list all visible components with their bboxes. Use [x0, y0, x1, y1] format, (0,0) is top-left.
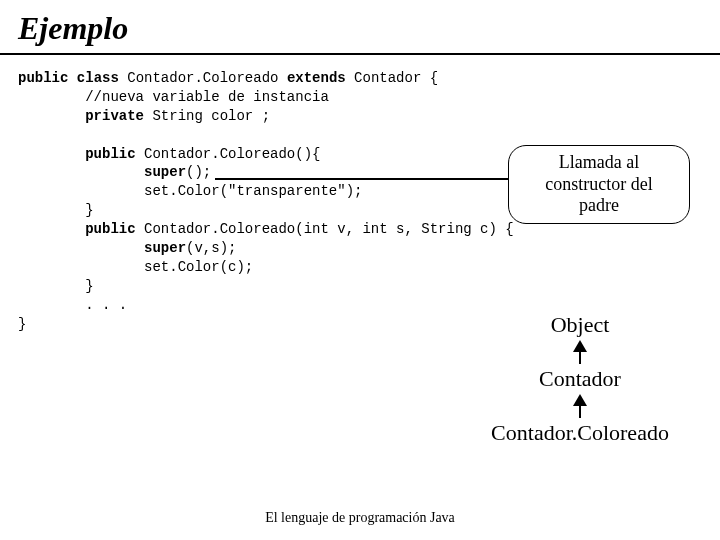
- kw-super: super: [18, 164, 186, 180]
- kw-super: super: [18, 240, 186, 256]
- slide-title: Ejemplo: [0, 0, 720, 55]
- code-text: }: [18, 202, 94, 218]
- callout-line1: Llamada al: [519, 152, 679, 174]
- code-comment: //nueva variable de instancia: [18, 89, 329, 105]
- kw-extends: extends: [287, 70, 346, 86]
- arrow-stem: [579, 352, 581, 364]
- code-text: set.Color("transparente");: [18, 183, 362, 199]
- callout-line3: padre: [519, 195, 679, 217]
- kw-public: public: [18, 221, 136, 237]
- callout-connector: [215, 178, 520, 180]
- code-text: }: [18, 278, 94, 294]
- kw-class: class: [68, 70, 118, 86]
- code-text: (v,s);: [186, 240, 236, 256]
- callout-line2: constructor del: [519, 174, 679, 196]
- hierarchy-object: Object: [480, 312, 680, 338]
- arrow-stem: [579, 406, 581, 418]
- slide-footer: El lenguaje de programación Java: [0, 510, 720, 526]
- kw-public: public: [18, 70, 68, 86]
- hierarchy-contador: Contador: [480, 366, 680, 392]
- code-text: . . .: [18, 297, 127, 313]
- code-text: Contador.Coloreado(){: [136, 146, 321, 162]
- code-text: Contador.Coloreado: [119, 70, 287, 86]
- hierarchy-contador-coloreado: Contador.Coloreado: [480, 420, 680, 446]
- arrow-up-icon: [573, 394, 587, 406]
- code-text: }: [18, 316, 26, 332]
- arrow-up-icon: [573, 340, 587, 352]
- code-text: ();: [186, 164, 211, 180]
- kw-private: private: [18, 108, 144, 124]
- code-text: Contador.Coloreado(int v, int s, String …: [136, 221, 514, 237]
- code-text: set.Color(c);: [18, 259, 253, 275]
- kw-public: public: [18, 146, 136, 162]
- code-text: Contador {: [346, 70, 438, 86]
- code-text: String color ;: [144, 108, 270, 124]
- class-hierarchy: Object Contador Contador.Coloreado: [480, 310, 680, 448]
- callout-box: Llamada al constructor del padre: [508, 145, 690, 224]
